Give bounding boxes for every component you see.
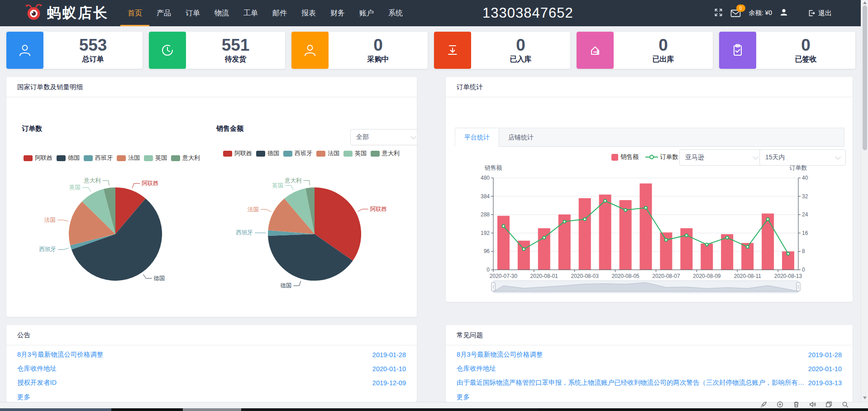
browser-bottom-strip <box>0 402 868 409</box>
svg-text:480: 480 <box>481 175 490 181</box>
legend-item-阿联酋[interactable]: 阿联酋 <box>223 149 252 158</box>
legend-item-意大利[interactable]: 意大利 <box>371 149 400 158</box>
scrollbar-thumb[interactable] <box>863 5 867 150</box>
svg-text:2020-08-09: 2020-08-09 <box>693 273 721 279</box>
list-item-link[interactable]: 8月3号最新物流公司价格调整 <box>457 350 806 359</box>
notice-panel-title: 公告 <box>6 325 417 345</box>
user-avatar-icon[interactable] <box>780 8 788 18</box>
list-item: 仓库收件地址2020-01-10 <box>17 362 406 376</box>
user-icon <box>291 32 329 69</box>
list-item-link[interactable]: 仓库收件地址 <box>457 364 806 373</box>
legend-item-西班牙[interactable]: 西班牙 <box>283 149 312 158</box>
legend-label: 法国 <box>128 154 140 162</box>
svg-text:0: 0 <box>486 267 490 273</box>
stat-card-body: 0已入库 <box>471 32 570 69</box>
svg-text:8: 8 <box>802 248 805 254</box>
legend-swatch <box>57 155 66 161</box>
legend-label: 英国 <box>155 154 167 162</box>
svg-text:2020-08-03: 2020-08-03 <box>571 273 599 279</box>
legend-swatch <box>283 151 292 157</box>
nav-item-3[interactable]: 订单 <box>178 0 207 26</box>
country-panel-title: 国家订单数及销量明细 <box>6 77 417 97</box>
svg-text:英国: 英国 <box>69 184 81 191</box>
svg-text:法国: 法国 <box>247 206 259 213</box>
tab-店铺统计[interactable]: 店铺统计 <box>499 129 543 146</box>
nav-item-4[interactable]: 物流 <box>207 0 236 26</box>
stat-label: 采购中 <box>367 55 389 64</box>
legend-swatch <box>256 151 265 157</box>
legend-label: 德国 <box>267 149 279 158</box>
legend-item-英国[interactable]: 英国 <box>144 154 167 162</box>
list-item-link[interactable]: 授权开发者ID <box>17 378 370 387</box>
svg-text:意大利: 意大利 <box>284 177 302 184</box>
stat-card-body: 0已签收 <box>756 32 855 69</box>
legend-label: 德国 <box>68 154 80 162</box>
legend-label: 西班牙 <box>95 154 113 162</box>
brand-logo[interactable]: 蚂蚁店长 <box>24 3 109 24</box>
faq-panel-title: 常见问题 <box>446 325 853 345</box>
stat-card-总订单: 553总订单 <box>6 32 143 69</box>
legend-swatch <box>343 151 353 157</box>
legend-item-德国[interactable]: 德国 <box>57 154 80 162</box>
list-item: 由于最近国际物流严格管控口罩申报，系统上物流账户已经收到物流公司的两次警告（三次… <box>457 376 842 390</box>
pie-sales-title: 销售金额 <box>216 124 243 133</box>
dashboard-page: 蚂蚁店长 首页产品订单物流工单邮件报表财务账户系统 13303847652 0 … <box>0 0 868 411</box>
nav-item-6[interactable]: 邮件 <box>265 0 294 26</box>
nav-item-1[interactable]: 首页 <box>120 0 149 26</box>
legend-label: 法国 <box>328 149 339 158</box>
order-bar-line-chart[interactable]: 销售额订单数09619228838448008162432402020-07-3… <box>446 152 853 301</box>
nav-item-5[interactable]: 工单 <box>236 0 265 26</box>
legend-item-德国[interactable]: 德国 <box>256 149 279 158</box>
svg-text:16: 16 <box>802 230 808 236</box>
fullscreen-icon[interactable] <box>714 8 723 19</box>
stat-cards-row: 553总订单551待发货0采购中0已入库0已出库0已签收 <box>6 32 855 69</box>
stat-value: 551 <box>222 37 250 53</box>
list-item-link[interactable]: 由于最近国际物流严格管控口罩申报，系统上物流账户已经收到物流公司的两次警告（三次… <box>457 378 806 387</box>
stat-value: 0 <box>801 37 811 53</box>
legend-item-英国[interactable]: 英国 <box>343 149 367 158</box>
scroll-down-arrow[interactable] <box>863 397 867 399</box>
page-scrollbar[interactable] <box>861 0 868 402</box>
order-stats-panel: 订单统计 平台统计店铺统计 销售额订单数 亚马逊 15天内 销售额订单数0961… <box>446 77 853 302</box>
more-link[interactable]: 更多 <box>457 393 470 401</box>
svg-text:40: 40 <box>802 175 808 181</box>
nav-item-7[interactable]: 报表 <box>294 0 323 26</box>
svg-text:西班牙: 西班牙 <box>236 229 253 236</box>
legend-item-意大利[interactable]: 意大利 <box>171 154 200 162</box>
scroll-up-arrow[interactable] <box>863 1 867 4</box>
stat-card-body: 0采购中 <box>329 32 428 69</box>
nav-item-8[interactable]: 财务 <box>323 0 352 26</box>
country-filter-select[interactable]: 全部 <box>350 129 417 145</box>
legend-swatch <box>84 155 93 161</box>
os-taskbar <box>0 408 868 411</box>
list-item-link[interactable]: 8月3号最新物流公司价格调整 <box>17 350 370 359</box>
logout-button[interactable]: 退出 <box>807 9 832 18</box>
nav-item-2[interactable]: 产品 <box>149 0 178 26</box>
svg-text:销售额: 销售额 <box>485 164 502 171</box>
top-navbar: 蚂蚁店长 首页产品订单物流工单邮件报表财务账户系统 13303847652 0 … <box>0 0 868 26</box>
legend-label: 阿联酋 <box>35 154 52 162</box>
stat-value: 0 <box>516 37 525 53</box>
stat-card-已出库: 0已出库 <box>577 32 713 69</box>
legend-item-西班牙[interactable]: 西班牙 <box>84 154 113 162</box>
legend-item-法国[interactable]: 法国 <box>117 154 140 162</box>
chevron-down-icon <box>410 134 416 139</box>
pie-sales-legend: 阿联酋德国西班牙法国英国意大利 <box>223 149 400 158</box>
mail-icon[interactable]: 0 <box>730 8 741 19</box>
more-link[interactable]: 更多 <box>17 393 30 401</box>
brand-title: 蚂蚁店长 <box>47 4 109 23</box>
legend-item-法国[interactable]: 法国 <box>316 149 339 158</box>
mail-badge: 0 <box>736 5 745 12</box>
nav-item-10[interactable]: 系统 <box>381 0 410 26</box>
nav-item-9[interactable]: 账户 <box>352 0 381 26</box>
list-item: 8月3号最新物流公司价格调整2019-01-28 <box>457 348 842 362</box>
tab-平台统计[interactable]: 平台统计 <box>455 129 499 147</box>
navbar-right-cluster: 0 余额: ¥0 退出 <box>714 0 832 26</box>
user-icon <box>6 32 43 69</box>
legend-swatch <box>144 155 153 161</box>
list-item-link[interactable]: 仓库收件地址 <box>17 364 370 373</box>
svg-text:阿联酋: 阿联酋 <box>370 206 387 212</box>
svg-text:意大利: 意大利 <box>83 177 101 184</box>
legend-item-阿联酋[interactable]: 阿联酋 <box>24 154 52 162</box>
legend-label: 意大利 <box>382 149 400 158</box>
